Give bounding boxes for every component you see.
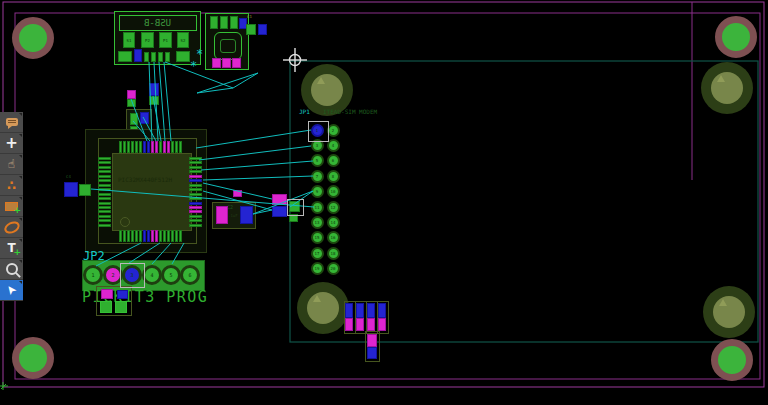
mount-hole[interactable] — [711, 339, 753, 381]
fiducial-pad[interactable] — [297, 282, 349, 334]
passive-pad-blue[interactable] — [367, 303, 375, 318]
jp1-pad[interactable]: 13 — [311, 216, 324, 229]
connector-pad-magenta[interactable] — [222, 58, 231, 68]
ic-pin[interactable] — [175, 230, 178, 242]
ic-pin[interactable] — [123, 230, 126, 242]
ic-pin[interactable] — [171, 230, 174, 242]
ic-pin[interactable] — [131, 230, 134, 242]
passive-pad-blue[interactable] — [356, 303, 364, 318]
jp1-pad[interactable]: 8 — [327, 170, 340, 183]
usb-connector-footprint[interactable]: USB-B S1 P2 P1 S2 — [114, 11, 201, 65]
ic-pin[interactable] — [98, 170, 111, 173]
passive-pad-magenta[interactable] — [356, 318, 364, 331]
ic-pin[interactable] — [139, 230, 142, 242]
mount-hole[interactable] — [12, 337, 54, 379]
cap-c2-pad-magenta[interactable] — [216, 206, 228, 224]
ic-pin[interactable] — [167, 141, 170, 153]
ic-pin[interactable] — [98, 161, 111, 164]
usb-pad[interactable]: P1 — [159, 32, 172, 48]
ic-pin[interactable] — [189, 161, 202, 164]
ic-pin[interactable] — [98, 179, 111, 182]
ic-pin[interactable] — [189, 184, 202, 187]
ic-pin[interactable] — [179, 230, 182, 242]
passive-pad[interactable] — [130, 113, 138, 125]
overlay-pad-green[interactable] — [115, 301, 127, 313]
jp1-pad[interactable]: 5 — [311, 154, 324, 167]
jp2-overlay-footprint[interactable] — [96, 286, 132, 316]
ic-pin[interactable] — [189, 210, 202, 213]
passive-pad-magenta[interactable] — [367, 318, 375, 331]
ic-pin[interactable] — [147, 230, 150, 242]
cap-c2-footprint[interactable]: C2 .1uF — [212, 202, 256, 229]
ic-pin[interactable] — [143, 230, 146, 242]
ic-pin[interactable] — [119, 141, 122, 153]
jp1-pad[interactable]: 19 — [311, 262, 324, 275]
jp1-pad[interactable]: 14 — [327, 216, 340, 229]
place-string-tool-button[interactable]: T+ — [0, 238, 23, 259]
ic-pin[interactable] — [98, 206, 111, 209]
touch-route-tool-button[interactable]: ☝ — [0, 154, 23, 175]
connector-pad[interactable] — [210, 16, 218, 29]
ic-pin[interactable] — [151, 230, 154, 242]
mini-connector-footprint[interactable] — [205, 13, 249, 70]
bottom-passive-footprint[interactable] — [377, 301, 389, 334]
ic-pin[interactable] — [151, 141, 154, 153]
ic-pin[interactable] — [167, 230, 170, 242]
mount-hole[interactable] — [715, 16, 757, 58]
ic-pin[interactable] — [147, 141, 150, 153]
ic-pin[interactable] — [127, 230, 130, 242]
left-cap-pad[interactable] — [79, 184, 91, 196]
overlay-pad-magenta[interactable] — [101, 289, 113, 299]
ic-pin[interactable] — [98, 215, 111, 218]
usb-shield-pad[interactable] — [176, 51, 190, 62]
usb-pad[interactable]: P2 — [141, 32, 154, 48]
ic-pin[interactable] — [135, 230, 138, 242]
ic-pin[interactable] — [98, 224, 111, 227]
ic-pin[interactable] — [189, 170, 202, 173]
fiducial-pad[interactable] — [703, 286, 755, 338]
mid-pad-blue[interactable] — [272, 206, 287, 217]
passive-pad-magenta[interactable] — [378, 318, 386, 331]
place-component-tool-button[interactable]: + — [0, 196, 23, 217]
ic-body[interactable]: PIC32MX440F512H — [112, 153, 192, 231]
passive-pad[interactable] — [127, 99, 136, 107]
usb-signal-pad[interactable] — [165, 52, 170, 62]
zoom-tool-button[interactable] — [0, 259, 23, 280]
comment-tool-button[interactable] — [0, 112, 23, 133]
ic-pin[interactable] — [189, 206, 202, 209]
jp1-pad[interactable]: 15 — [311, 231, 324, 244]
passive-pad-blue[interactable] — [367, 347, 377, 359]
jp2-pad[interactable]: 5 — [161, 265, 181, 285]
mid-pad-magenta[interactable] — [272, 194, 287, 205]
ic-pin[interactable] — [98, 219, 111, 222]
fiducial-pad[interactable] — [701, 62, 753, 114]
ic-pin[interactable] — [98, 188, 111, 191]
cap-pad[interactable] — [246, 24, 256, 35]
jp2-pad[interactable]: 1 — [83, 265, 103, 285]
usb-signal-pad[interactable] — [151, 52, 156, 62]
ic-pin[interactable] — [189, 215, 202, 218]
ic-pin[interactable] — [155, 230, 158, 242]
jp1-pad[interactable]: 12 — [327, 201, 340, 214]
jp1-pad[interactable]: 9 — [311, 185, 324, 198]
pcb-editor-canvas[interactable]: USB-B S1 P2 P1 S2 C1 * * — [0, 0, 768, 405]
jp1-pad[interactable]: 16 — [327, 231, 340, 244]
ic-pin[interactable] — [98, 184, 111, 187]
jp1-pad[interactable]: 7 — [311, 170, 324, 183]
jp1-pad[interactable]: 10 — [327, 185, 340, 198]
jp1-pad[interactable]: 17 — [311, 247, 324, 260]
usb-signal-pad[interactable] — [144, 52, 149, 62]
jp1-pad[interactable]: 18 — [327, 247, 340, 260]
jp2-pad[interactable]: 4 — [142, 265, 162, 285]
ic-pin[interactable] — [171, 141, 174, 153]
left-cap-pad-blue[interactable] — [64, 182, 78, 197]
bottom-passive-footprint[interactable] — [365, 331, 380, 362]
passive-pad-magenta[interactable] — [345, 318, 353, 331]
ic-pin[interactable] — [189, 188, 202, 191]
usb-shield-pad[interactable] — [118, 51, 132, 62]
ic-pin[interactable] — [123, 141, 126, 153]
passive-pad[interactable] — [149, 96, 159, 105]
ic-pin[interactable] — [159, 230, 162, 242]
passive-pad-blue[interactable] — [345, 303, 353, 318]
connector-pad-magenta[interactable] — [232, 58, 241, 68]
